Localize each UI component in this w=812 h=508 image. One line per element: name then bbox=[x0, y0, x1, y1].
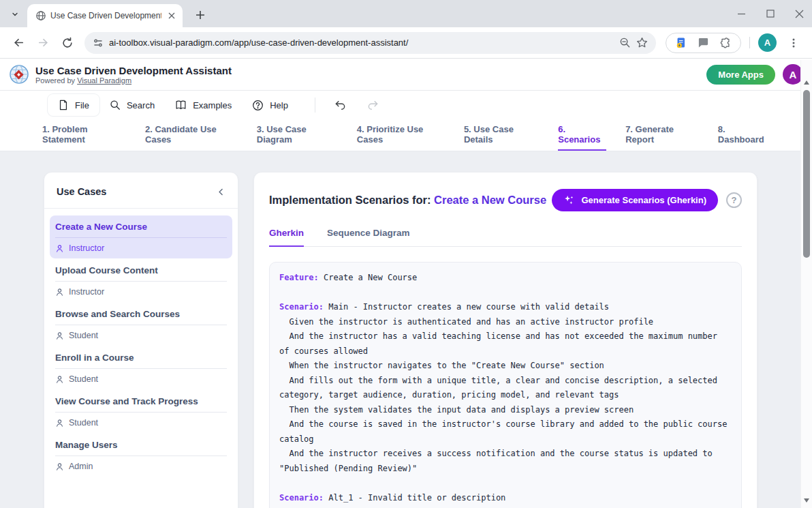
browser-menu-icon[interactable] bbox=[782, 31, 805, 55]
step-use-case-details[interactable]: 5. Use Case Details bbox=[464, 119, 539, 151]
book-icon bbox=[175, 100, 187, 110]
gherkin-line: And the course is saved in the instructo… bbox=[279, 417, 732, 447]
step-problem-statement[interactable]: 1. Problem Statement bbox=[42, 119, 126, 151]
gherkin-line: Scenario: Alt_1 - Invalid title or descr… bbox=[279, 491, 732, 506]
scroll-up-arrow[interactable] bbox=[804, 80, 809, 85]
use-case-actor: Student bbox=[55, 331, 227, 340]
help-icon bbox=[252, 100, 264, 111]
file-icon bbox=[58, 100, 69, 110]
gherkin-line: And fills out the form with a unique tit… bbox=[279, 374, 732, 403]
gherkin-line: Feature: Create a New Course bbox=[279, 271, 732, 286]
back-button[interactable] bbox=[7, 31, 30, 55]
menu-search[interactable]: Search bbox=[99, 94, 165, 116]
gherkin-line: Scenario: Main - Instructor creates a ne… bbox=[279, 300, 732, 315]
use-case-link[interactable]: Create a New Course bbox=[434, 194, 546, 206]
menu-help[interactable]: Help bbox=[242, 94, 298, 117]
zoom-out-icon[interactable] bbox=[619, 37, 631, 48]
step-use-case-diagram[interactable]: 3. Use Case Diagram bbox=[257, 119, 338, 151]
gherkin-line bbox=[279, 476, 732, 491]
use-cases-header: Use Cases bbox=[44, 173, 238, 208]
menu-file[interactable]: File bbox=[48, 94, 99, 116]
use-case-item-manage-users[interactable]: Manage Users Admin bbox=[50, 434, 232, 477]
menu-help-label: Help bbox=[270, 100, 288, 110]
menu-file-label: File bbox=[75, 100, 89, 110]
menu-examples-label: Examples bbox=[193, 100, 232, 110]
use-case-item-browse-search[interactable]: Browse and Search Courses Student bbox=[50, 303, 232, 346]
generate-scenarios-button[interactable]: Generate Scenarios (Gherkin) bbox=[552, 189, 718, 211]
use-case-name: Manage Users bbox=[55, 440, 227, 456]
use-case-item-enroll[interactable]: Enroll in a Course Student bbox=[50, 346, 232, 389]
toolbar-separator bbox=[749, 37, 750, 48]
new-tab-button[interactable] bbox=[192, 7, 208, 23]
globe-favicon-icon bbox=[35, 10, 46, 21]
workflow-steps: 1. Problem Statement 2. Candidate Use Ca… bbox=[0, 119, 812, 151]
browser-profile-avatar[interactable]: A bbox=[758, 33, 777, 52]
use-case-name: Enroll in a Course bbox=[55, 353, 227, 369]
scenarios-panel: Implementation Scenarios for: Create a N… bbox=[253, 172, 758, 508]
redo-button[interactable] bbox=[362, 93, 385, 117]
side-panel-doc-icon[interactable] bbox=[675, 37, 687, 49]
use-case-actor: Admin bbox=[55, 462, 227, 471]
help-badge[interactable]: ? bbox=[726, 192, 742, 208]
extensions-puzzle-icon[interactable] bbox=[719, 37, 732, 49]
comment-bubble-icon[interactable] bbox=[698, 37, 709, 48]
forward-button[interactable] bbox=[31, 31, 54, 55]
person-icon bbox=[55, 288, 64, 297]
step-scenarios[interactable]: 6. Scenarios bbox=[558, 119, 606, 151]
browser-titlebar: Use Case Driven Development Assistant bbox=[0, 0, 812, 27]
use-case-item-upload-content[interactable]: Upload Course Content Instructor bbox=[50, 259, 232, 302]
use-case-name: Upload Course Content bbox=[55, 265, 227, 282]
use-case-name: Create a New Course bbox=[55, 222, 227, 238]
gherkin-line: And the instructor receives a success no… bbox=[279, 447, 732, 476]
person-icon bbox=[55, 375, 64, 384]
browser-tab[interactable]: Use Case Driven Development Assistant bbox=[27, 4, 183, 27]
person-icon bbox=[55, 331, 64, 340]
use-case-actor: Instructor bbox=[55, 243, 227, 253]
use-case-name: Browse and Search Courses bbox=[55, 309, 227, 325]
step-candidate-use-cases[interactable]: 2. Candidate Use Cases bbox=[145, 119, 238, 151]
scenarios-heading: Implementation Scenarios for: Create a N… bbox=[269, 194, 546, 207]
minimize-icon[interactable] bbox=[737, 10, 746, 18]
scenario-view-tabs: Gherkin Sequence Diagram bbox=[269, 228, 742, 247]
powered-by: Powered by Visual Paradigm bbox=[35, 76, 232, 85]
site-settings-icon[interactable] bbox=[93, 38, 104, 48]
maximize-icon[interactable] bbox=[766, 10, 775, 18]
app-title: Use Case Driven Development Assistant bbox=[35, 65, 232, 76]
more-apps-button[interactable]: More Apps bbox=[706, 65, 775, 85]
page-scrollbar[interactable] bbox=[800, 60, 812, 508]
gherkin-line: And the instructor has a valid teaching … bbox=[279, 329, 732, 359]
collapse-panel-button[interactable] bbox=[217, 188, 225, 196]
person-icon bbox=[55, 462, 64, 471]
menu-examples[interactable]: Examples bbox=[165, 94, 242, 116]
gherkin-line: When the instructor navigates to the "Cr… bbox=[279, 359, 732, 374]
use-case-item-create-course[interactable]: Create a New Course Instructor bbox=[50, 215, 232, 258]
app-header: Use Case Driven Development Assistant Po… bbox=[0, 59, 812, 91]
url-bar[interactable]: ai-toolbox.visual-paradigm.com/app/use-c… bbox=[84, 32, 656, 54]
generate-scenarios-label: Generate Scenarios (Gherkin) bbox=[581, 195, 706, 205]
url-text[interactable]: ai-toolbox.visual-paradigm.com/app/use-c… bbox=[109, 38, 614, 48]
step-prioritize-use-cases[interactable]: 4. Prioritize Use Cases bbox=[357, 119, 445, 151]
menu-search-label: Search bbox=[127, 100, 155, 110]
gherkin-line: Given the instructor is authenticated an… bbox=[279, 315, 732, 330]
tab-sequence-diagram[interactable]: Sequence Diagram bbox=[327, 228, 410, 247]
app-menubar: File Search Examples Help bbox=[0, 91, 812, 119]
step-dashboard[interactable]: 8. Dashboard bbox=[718, 119, 770, 151]
reload-button[interactable] bbox=[56, 31, 79, 55]
use-case-item-track-progress[interactable]: View Course and Track Progress Student bbox=[50, 390, 232, 433]
scrollbar-thumb[interactable] bbox=[803, 90, 810, 258]
gherkin-line: Then the system validates the input data… bbox=[279, 403, 732, 418]
scroll-down-arrow[interactable] bbox=[804, 498, 809, 503]
tab-title: Use Case Driven Development Assistant bbox=[50, 11, 161, 20]
visual-paradigm-link[interactable]: Visual Paradigm bbox=[77, 76, 131, 85]
tab-close-icon[interactable] bbox=[166, 10, 177, 22]
use-case-list: Create a New Course Instructor Upload Co… bbox=[44, 209, 238, 484]
tab-gherkin[interactable]: Gherkin bbox=[269, 228, 304, 247]
step-generate-report[interactable]: 7. Generate Report bbox=[625, 119, 699, 151]
gherkin-line bbox=[279, 286, 732, 301]
use-case-name: View Course and Track Progress bbox=[55, 396, 227, 413]
bookmark-star-icon[interactable] bbox=[636, 37, 648, 48]
undo-button[interactable] bbox=[329, 93, 352, 117]
close-icon[interactable] bbox=[795, 10, 804, 18]
tab-search-button[interactable] bbox=[7, 6, 23, 23]
menubar-divider bbox=[315, 98, 315, 113]
